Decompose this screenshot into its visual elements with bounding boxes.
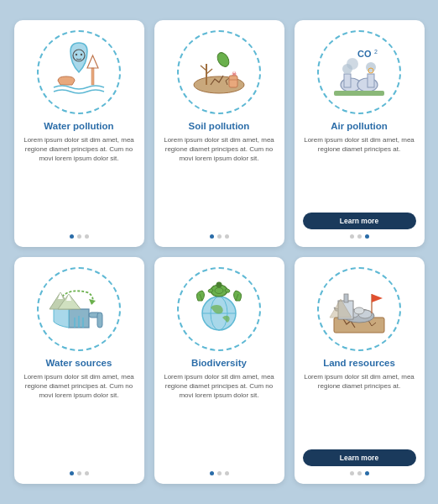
- biodiversity-illustration: [177, 267, 261, 351]
- svg-point-48: [354, 307, 364, 314]
- air-pollution-title: Air pollution: [331, 121, 388, 131]
- svg-point-18: [366, 62, 376, 72]
- water-sources-dot-2[interactable]: [85, 471, 89, 475]
- air-pollution-illustration: CO 2: [317, 30, 401, 114]
- svg-marker-29: [89, 299, 96, 305]
- biodiversity-text: Lorem ipsum dolor sit dim amet, mea regi…: [163, 372, 276, 466]
- svg-marker-50: [372, 294, 383, 302]
- svg-rect-3: [91, 68, 94, 85]
- svg-point-1: [76, 54, 77, 55]
- water-sources-title: Water sources: [46, 358, 112, 368]
- air-pollution-learn-more-button[interactable]: Learn more: [303, 213, 416, 229]
- svg-rect-10: [229, 76, 237, 87]
- soil-pollution-dot-1[interactable]: [217, 234, 222, 239]
- card-air-pollution: CO 2 Air pollutionLorem ipsum dolor sit …: [295, 20, 425, 247]
- card-water-sources: Water sourcesLorem ipsum dolor sit dim a…: [14, 257, 144, 484]
- water-pollution-illustration: [37, 30, 121, 114]
- water-pollution-title: Water pollution: [44, 121, 113, 131]
- air-pollution-dot-0[interactable]: [350, 234, 354, 239]
- soil-pollution-dot-2[interactable]: [225, 234, 229, 239]
- water-sources-dot-1[interactable]: [77, 471, 81, 475]
- card-water-pollution: Water pollutionLorem ipsum dolor sit dim…: [14, 20, 144, 247]
- water-pollution-text: Lorem ipsum dolor sit dim amet, mea regi…: [23, 135, 136, 229]
- biodiversity-dot-1[interactable]: [217, 471, 222, 475]
- soil-pollution-text: Lorem ipsum dolor sit dim amet, mea regi…: [163, 135, 276, 229]
- svg-point-17: [347, 58, 358, 70]
- air-pollution-text: Lorem ipsum dolor sit dim amet, mea regi…: [303, 135, 416, 207]
- land-resources-title: Land resources: [323, 358, 395, 368]
- svg-text:CO: CO: [357, 49, 372, 59]
- svg-point-9: [215, 50, 231, 69]
- air-pollution-dot-2[interactable]: [365, 234, 369, 239]
- svg-rect-22: [334, 91, 384, 96]
- svg-rect-28: [97, 312, 102, 328]
- svg-point-2: [81, 54, 82, 55]
- water-sources-text: Lorem ipsum dolor sit dim amet, mea regi…: [23, 372, 136, 466]
- air-pollution-dots: [350, 234, 369, 239]
- water-pollution-dot-1[interactable]: [77, 234, 81, 239]
- land-resources-dots: [350, 471, 369, 475]
- svg-text:2: 2: [374, 49, 378, 55]
- soil-pollution-title: Soil pollution: [189, 121, 250, 131]
- svg-marker-4: [87, 55, 98, 68]
- land-resources-dot-2[interactable]: [365, 471, 369, 475]
- card-land-resources: Land resourcesLorem ipsum dolor sit dim …: [295, 257, 425, 484]
- biodiversity-dots: [210, 471, 229, 475]
- water-pollution-dot-0[interactable]: [70, 234, 74, 239]
- water-pollution-dot-2[interactable]: [85, 234, 89, 239]
- land-resources-illustration: [317, 267, 401, 351]
- biodiversity-dot-2[interactable]: [225, 471, 229, 475]
- svg-rect-14: [344, 74, 351, 87]
- land-resources-learn-more-button[interactable]: Learn more: [303, 449, 416, 466]
- land-resources-dot-0[interactable]: [350, 471, 354, 475]
- svg-point-38: [216, 282, 222, 288]
- biodiversity-dot-0[interactable]: [210, 471, 214, 475]
- cards-grid: Water pollutionLorem ipsum dolor sit dim…: [1, 7, 438, 497]
- svg-rect-15: [368, 74, 374, 87]
- water-sources-illustration: [37, 267, 121, 351]
- biodiversity-title: Biodiversity: [191, 358, 247, 368]
- card-biodiversity: BiodiversityLorem ipsum dolor sit dim am…: [154, 257, 284, 484]
- water-sources-dots: [70, 471, 89, 475]
- svg-text:☠: ☠: [232, 71, 237, 76]
- svg-rect-52: [344, 294, 348, 302]
- water-sources-dot-0[interactable]: [70, 471, 74, 475]
- land-resources-dot-1[interactable]: [357, 471, 362, 475]
- air-pollution-dot-1[interactable]: [357, 234, 362, 239]
- svg-line-8: [206, 69, 212, 74]
- soil-pollution-dot-0[interactable]: [210, 234, 214, 239]
- soil-pollution-dots: [210, 234, 229, 239]
- svg-line-7: [201, 66, 206, 71]
- land-resources-text: Lorem ipsum dolor sit dim amet, mea regi…: [303, 372, 416, 444]
- card-soil-pollution: ☠ Soil pollutionLorem ipsum dolor sit di…: [154, 20, 284, 247]
- soil-pollution-illustration: ☠: [177, 30, 261, 114]
- water-pollution-dots: [70, 234, 89, 239]
